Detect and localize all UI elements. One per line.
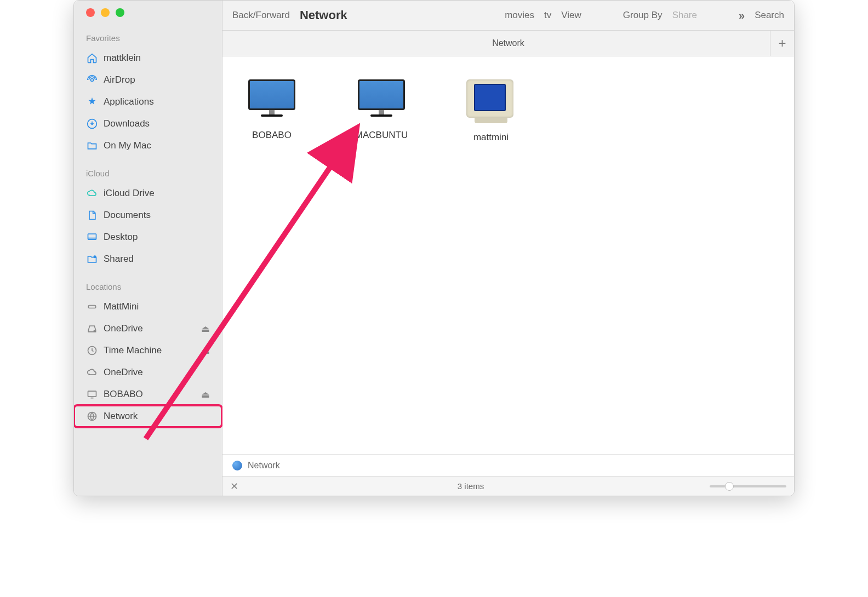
window-controls — [74, 8, 222, 33]
eject-icon[interactable]: ⏏ — [201, 345, 210, 357]
sidebar-item-desktop[interactable]: Desktop — [74, 226, 222, 248]
sidebar-item-label: Documents — [104, 210, 151, 221]
sidebar-item-label: BOBABO — [104, 389, 143, 400]
finder-window: Favorites mattklein AirDrop Applications… — [73, 0, 795, 496]
network-item-macbuntu[interactable]: MACBUNTU — [343, 79, 420, 141]
item-count: 3 items — [238, 481, 703, 491]
folder-icon — [86, 140, 98, 152]
sidebar-item-icloud-drive[interactable]: iCloud Drive — [74, 182, 222, 204]
eject-icon[interactable]: ⏏ — [201, 389, 210, 400]
close-button[interactable] — [86, 8, 95, 17]
sidebar-item-label: OneDrive — [104, 323, 143, 334]
window-title: Network — [300, 8, 347, 22]
sidebar-item-mattklein[interactable]: mattklein — [74, 47, 222, 69]
zoom-button[interactable] — [116, 8, 124, 17]
imac-icon — [357, 79, 406, 123]
download-icon — [86, 118, 98, 130]
desktop-icon — [86, 231, 98, 243]
sidebar-item-label: Desktop — [104, 232, 138, 243]
svg-point-0 — [91, 79, 94, 82]
doc-icon — [86, 209, 98, 221]
main-area: Back/Forward Network movies tv View Grou… — [222, 1, 794, 496]
shared-folder-icon — [86, 253, 98, 265]
toolbar-share[interactable]: Share — [672, 10, 697, 21]
sidebar-item-label: Downloads — [104, 118, 150, 129]
disk-icon — [86, 323, 98, 335]
sidebar-item-airdrop[interactable]: AirDrop — [74, 69, 222, 91]
sidebar-item-applications[interactable]: Applications — [74, 91, 222, 113]
network-item-mattmini[interactable]: mattmini — [453, 79, 529, 143]
network-item-bobabo[interactable]: BOBABO — [233, 79, 310, 141]
svg-rect-4 — [88, 306, 95, 308]
icloud-section: iCloud iCloud Drive Documents Desktop Sh… — [74, 169, 222, 270]
display-icon — [86, 388, 98, 400]
sidebar-item-shared[interactable]: Shared — [74, 248, 222, 270]
status-close-icon[interactable]: ✕ — [230, 480, 238, 492]
sidebar-item-label: iCloud Drive — [104, 188, 155, 199]
sidebar-item-onedrive-disk[interactable]: OneDrive ⏏ — [74, 318, 222, 340]
sidebar-item-network[interactable]: Network — [74, 405, 222, 427]
sidebar-item-onedrive-cloud[interactable]: OneDrive — [74, 361, 222, 383]
sidebar-item-time-machine[interactable]: Time Machine ⏏ — [74, 340, 222, 361]
sidebar-item-label: Time Machine — [104, 345, 162, 356]
svg-point-5 — [94, 330, 95, 331]
toolbar-movies[interactable]: movies — [505, 10, 534, 21]
toolbar: Back/Forward Network movies tv View Grou… — [222, 1, 794, 31]
home-icon — [86, 52, 98, 64]
sidebar-item-label: On My Mac — [104, 140, 151, 151]
sidebar-item-label: OneDrive — [104, 367, 143, 378]
crt-monitor-icon — [466, 79, 516, 125]
cloud-gray-icon — [86, 366, 98, 378]
globe-icon — [86, 410, 98, 422]
sidebar-item-on-my-mac[interactable]: On My Mac — [74, 135, 222, 157]
back-forward-button[interactable]: Back/Forward — [232, 10, 290, 21]
macmini-icon — [86, 301, 98, 313]
airdrop-icon — [86, 74, 98, 86]
time-machine-icon — [86, 345, 98, 357]
network-globe-icon — [232, 461, 242, 470]
eject-icon[interactable]: ⏏ — [201, 323, 210, 335]
status-bar: ✕ 3 items — [222, 476, 794, 496]
apps-icon — [86, 96, 98, 108]
sidebar-item-documents[interactable]: Documents — [74, 204, 222, 226]
imac-icon — [247, 79, 296, 123]
sidebar-item-label: Applications — [104, 96, 154, 107]
new-tab-button[interactable]: + — [770, 31, 794, 56]
network-item-label: BOBABO — [252, 130, 292, 141]
sidebar-item-label: AirDrop — [104, 74, 135, 85]
sidebar-item-label: MattMini — [104, 301, 139, 312]
sidebar-item-label: Network — [104, 411, 138, 422]
svg-rect-7 — [88, 391, 96, 397]
sidebar: Favorites mattklein AirDrop Applications… — [74, 1, 222, 496]
sidebar-item-bobabo[interactable]: BOBABO ⏏ — [74, 383, 222, 405]
favorites-section: Favorites mattklein AirDrop Applications… — [74, 33, 222, 157]
toolbar-tv[interactable]: tv — [544, 10, 551, 21]
icloud-label: iCloud — [74, 169, 222, 182]
svg-rect-2 — [88, 234, 96, 239]
network-item-label: MACBUNTU — [355, 130, 408, 141]
network-item-label: mattmini — [473, 132, 509, 143]
sidebar-item-downloads[interactable]: Downloads — [74, 113, 222, 135]
tab-bar: Network + — [222, 31, 794, 56]
cloud-icon — [86, 187, 98, 199]
minimize-button[interactable] — [101, 8, 110, 17]
path-label[interactable]: Network — [248, 461, 280, 470]
content-area[interactable]: BOBABO MACBUNTU mattmini — [222, 56, 794, 454]
sidebar-item-label: Shared — [104, 254, 134, 265]
locations-label: Locations — [74, 282, 222, 296]
toolbar-search[interactable]: Search — [755, 10, 784, 21]
chevrons-icon[interactable]: » — [739, 9, 745, 22]
icon-size-slider[interactable] — [710, 485, 786, 487]
locations-section: Locations MattMini OneDrive ⏏ Time Machi… — [74, 282, 222, 427]
sidebar-item-label: mattklein — [104, 53, 141, 64]
sidebar-item-mattmini[interactable]: MattMini — [74, 296, 222, 318]
toolbar-group-by[interactable]: Group By — [623, 10, 663, 21]
path-bar: Network — [222, 454, 794, 476]
favorites-label: Favorites — [74, 33, 222, 47]
tab-network[interactable]: Network — [492, 38, 524, 48]
svg-point-3 — [94, 256, 95, 257]
toolbar-view[interactable]: View — [561, 10, 581, 21]
